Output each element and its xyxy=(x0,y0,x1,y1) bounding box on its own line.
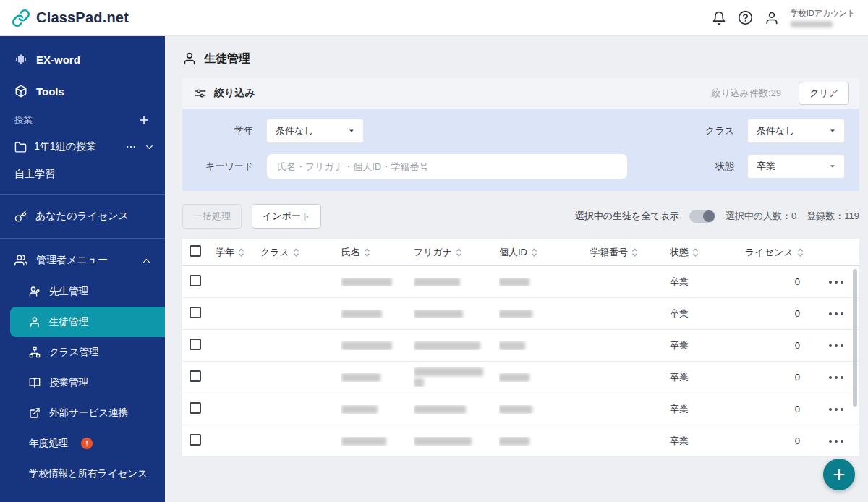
sidebar-item-external-services[interactable]: 外部サービス連携 xyxy=(0,398,165,428)
clear-filter-button[interactable]: クリア xyxy=(799,82,849,105)
lesson-chevron-down-icon[interactable] xyxy=(144,142,155,153)
license-cell: 0 xyxy=(745,308,825,319)
row-checkbox[interactable] xyxy=(190,275,201,286)
row-checkbox[interactable] xyxy=(190,339,201,350)
sidebar: EX-word Tools 授業 1年1組の授業 xyxy=(0,36,165,502)
furigana-redacted xyxy=(414,437,472,446)
class-select[interactable]: 条件なし xyxy=(747,119,845,143)
status-select[interactable]: 卒業 xyxy=(747,154,845,179)
app-window: ClassPad.net 学校IDアカウント xyxy=(0,0,868,502)
id-redacted xyxy=(499,405,532,414)
notifications-bell-icon[interactable] xyxy=(712,11,726,25)
row-menu-button[interactable] xyxy=(825,440,859,443)
status-cell: 卒業 xyxy=(670,371,745,384)
table-body: 卒業 0 xyxy=(182,266,859,457)
account-name-redacted xyxy=(791,21,833,27)
app-logo[interactable]: ClassPad.net xyxy=(12,9,129,27)
column-header-status[interactable]: 状態 xyxy=(670,246,745,259)
sidebar-item-class-lesson[interactable]: 1年1組の授業 xyxy=(0,133,165,161)
column-header-license[interactable]: ライセンス xyxy=(745,246,825,259)
column-header-grade[interactable]: 学年 xyxy=(216,246,260,259)
toggle-knob xyxy=(703,210,715,222)
class-select-value: 条件なし xyxy=(757,124,795,137)
row-checkbox[interactable] xyxy=(190,307,201,318)
row-menu-button[interactable] xyxy=(825,408,859,411)
sidebar-item-tools[interactable]: Tools xyxy=(0,75,165,107)
sidebar-item-school-info[interactable]: 学校情報と所有ライセンス xyxy=(0,459,165,489)
show-selected-label: 選択中の生徒を全て表示 xyxy=(575,210,679,223)
column-header-class[interactable]: クラス xyxy=(260,246,341,259)
license-cell: 0 xyxy=(745,435,825,446)
id-redacted xyxy=(499,437,529,446)
add-lesson-plus-icon[interactable] xyxy=(137,114,150,127)
key-icon xyxy=(14,210,27,223)
furigana-redacted xyxy=(414,341,480,350)
sidebar-item-year-processing[interactable]: 年度処理 ! xyxy=(0,428,165,459)
chevron-down-icon xyxy=(828,162,837,171)
admin-chevron-up-icon[interactable] xyxy=(141,255,152,266)
table-row[interactable]: 卒業 0 xyxy=(182,330,859,362)
admin-item-label: 年度処理 xyxy=(29,437,68,450)
keyword-label: キーワード xyxy=(194,160,253,173)
column-header-name[interactable]: 氏名 xyxy=(341,246,414,259)
furigana-redacted-2 xyxy=(414,378,424,387)
sort-icon xyxy=(692,247,699,258)
sidebar-divider xyxy=(0,238,165,239)
keyword-input[interactable] xyxy=(266,153,628,179)
row-checkbox[interactable] xyxy=(190,434,201,446)
admin-item-label: クラス管理 xyxy=(49,346,98,359)
license-cell: 0 xyxy=(745,404,825,414)
sort-icon xyxy=(797,247,804,258)
column-header-personal-id[interactable]: 個人ID xyxy=(499,246,590,259)
table-row[interactable]: 卒業 0 xyxy=(182,393,859,425)
table-row[interactable]: 卒業 0 xyxy=(182,298,859,330)
table-scrollbar[interactable] xyxy=(853,269,857,407)
license-label: あなたのライセンス xyxy=(35,210,129,223)
row-checkbox[interactable] xyxy=(190,370,201,382)
show-selected-toggle[interactable] xyxy=(689,210,715,223)
sidebar-item-admin-menu[interactable]: 管理者メニュー xyxy=(0,244,165,276)
import-button[interactable]: インポート xyxy=(252,204,321,229)
chevron-down-icon xyxy=(347,127,356,135)
sidebar-item-label: Tools xyxy=(36,85,64,98)
class-label: クラス xyxy=(692,124,734,137)
lesson-section-label: 授業 xyxy=(14,114,33,127)
logo-text: ClassPad.net xyxy=(36,9,129,26)
status-label: 状態 xyxy=(692,160,734,173)
student-title-icon xyxy=(182,51,197,66)
status-cell: 卒業 xyxy=(670,276,745,289)
help-icon[interactable] xyxy=(738,10,753,25)
table-row[interactable]: 卒業 0 xyxy=(182,425,859,457)
lesson-more-icon[interactable] xyxy=(125,141,137,153)
column-header-student-number[interactable]: 学籍番号 xyxy=(590,246,670,259)
sidebar-item-self-study[interactable]: 自主学習 xyxy=(0,161,165,188)
id-redacted xyxy=(499,341,525,350)
users-icon xyxy=(14,254,27,267)
license-cell: 0 xyxy=(745,372,825,383)
sidebar-item-class-management[interactable]: クラス管理 xyxy=(0,337,165,367)
sidebar-item-lesson-management[interactable]: 授業管理 xyxy=(0,367,165,398)
account-info[interactable]: 学校IDアカウント xyxy=(791,8,855,27)
admin-item-label: 外部サービス連携 xyxy=(49,407,128,420)
status-cell: 卒業 xyxy=(670,339,745,352)
sidebar-item-license[interactable]: あなたのライセンス xyxy=(0,200,165,232)
row-checkbox[interactable] xyxy=(190,402,201,414)
table-row[interactable]: 卒業 0 xyxy=(182,362,859,393)
select-all-checkbox[interactable] xyxy=(190,245,201,257)
account-user-icon[interactable] xyxy=(765,11,779,25)
add-student-button[interactable] xyxy=(823,459,855,490)
table-row[interactable]: 卒業 0 xyxy=(182,266,859,298)
table-header-row: 学年 クラス 氏名 フリガナ xyxy=(182,239,859,266)
main-content: 生徒管理 絞り込み 絞り込み件数:29 クリア 学年 xyxy=(165,36,868,502)
page-title: 生徒管理 xyxy=(182,48,859,69)
sidebar-item-teacher-management[interactable]: 先生管理 xyxy=(0,276,165,307)
lesson-section-header: 授業 xyxy=(0,107,165,133)
column-header-furigana[interactable]: フリガナ xyxy=(414,246,499,259)
grade-select[interactable]: 条件なし xyxy=(266,119,364,143)
folder-icon xyxy=(14,141,27,153)
sidebar-item-exword[interactable]: EX-word xyxy=(0,43,165,75)
bulk-action-button[interactable]: 一括処理 xyxy=(182,204,242,229)
sidebar-item-student-management[interactable]: 生徒管理 xyxy=(10,307,165,337)
filter-title: 絞り込み xyxy=(214,87,255,100)
lesson-item-label: 1年1組の授業 xyxy=(34,140,96,153)
